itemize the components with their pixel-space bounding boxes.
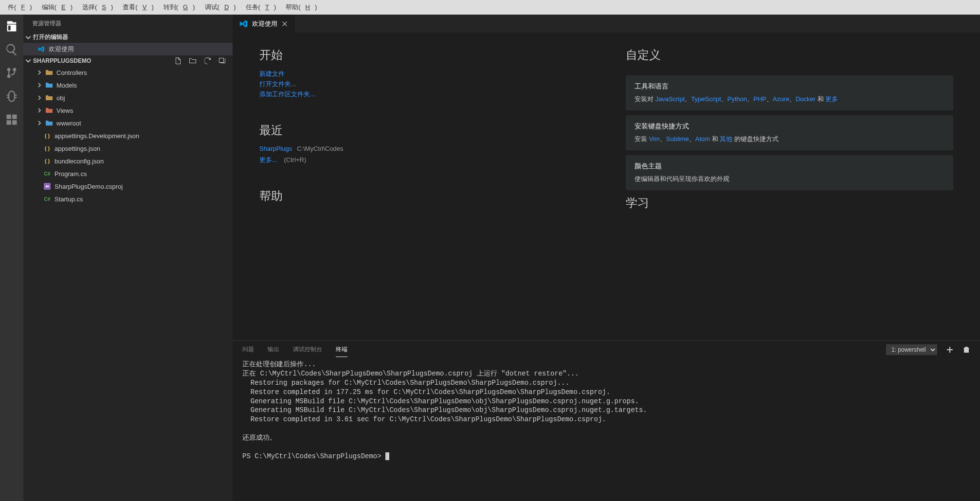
menu-h[interactable]: 帮助(H) (281, 3, 322, 12)
menu-f[interactable]: 件(F) (3, 3, 37, 12)
panel-tab[interactable]: 输出 (268, 342, 279, 357)
tree-item[interactable]: wwwroot (23, 117, 233, 129)
chevron-down-icon (25, 58, 31, 64)
tree-item[interactable]: Controllers (23, 66, 233, 79)
menu-v[interactable]: 查看(V) (118, 3, 158, 12)
lang-link[interactable]: TypeScript (691, 95, 721, 103)
csproj-icon (43, 182, 52, 190)
panel-tab[interactable]: 调试控制台 (293, 342, 322, 357)
customize-card[interactable]: 工具和语言安装对 JavaScript、TypeScript、Python、PH… (626, 75, 953, 110)
tree-item-label: Views (56, 107, 73, 114)
tree-item-label: Program.cs (54, 170, 87, 178)
tree-item-label: bundleconfig.json (54, 158, 104, 165)
new-folder-icon[interactable] (189, 57, 197, 65)
recent-heading: 最近 (259, 123, 587, 138)
open-editors-header[interactable]: 打开的编辑器 (23, 32, 233, 43)
lang-link[interactable]: Sublime (666, 135, 689, 143)
tree-item-label: SharpPlugsDemo.csproj (54, 183, 123, 190)
file-badge: C# (43, 170, 52, 178)
kill-terminal-icon[interactable] (962, 346, 970, 354)
folder-icon (45, 107, 54, 114)
lang-link[interactable]: PHP (753, 95, 766, 103)
terminal-select[interactable]: 1: powershell (886, 344, 937, 355)
tree-item[interactable]: Views (23, 104, 233, 117)
lang-link[interactable]: JavaScript (655, 95, 685, 103)
menu-t[interactable]: 任务(T) (241, 3, 281, 12)
sidebar: 资源管理器 打开的编辑器 欢迎使用 SHARPPLUGSDEMO Control… (23, 15, 233, 501)
explorer-icon[interactable] (5, 19, 18, 33)
customize-heading: 自定义 (626, 47, 953, 63)
file-badge: C# (43, 195, 52, 203)
workspace-header[interactable]: SHARPPLUGSDEMO (23, 55, 233, 66)
bottom-panel: 问题输出调试控制台终端 1: powershell 正在处理创建后操作... 正… (233, 340, 980, 501)
new-file-icon[interactable] (174, 57, 182, 65)
tree-item[interactable]: { }appsettings.json (23, 142, 233, 155)
menu-g[interactable]: 转到(G) (159, 3, 200, 12)
customize-card[interactable]: 颜色主题使编辑器和代码呈现你喜欢的外观 (626, 155, 953, 190)
welcome-start: 开始 新建文件打开文件夹...添加工作区文件夹... (259, 47, 587, 100)
chevron-right-icon (37, 95, 42, 100)
collapse-all-icon[interactable] (218, 57, 226, 65)
folder-icon (45, 81, 54, 89)
lang-link[interactable]: Atom (695, 135, 710, 143)
menu-e[interactable]: 编辑(E) (37, 3, 77, 12)
lang-link[interactable]: Python (727, 95, 747, 103)
recent-item-link[interactable]: SharpPlugs (259, 145, 292, 152)
tree-item[interactable]: obj (23, 91, 233, 104)
add-terminal-icon[interactable] (946, 346, 954, 354)
recent-more-link[interactable]: 更多... (259, 156, 277, 164)
folder-icon (45, 69, 54, 76)
tree-item[interactable]: C#Program.cs (23, 167, 233, 180)
vscode-icon (239, 19, 248, 28)
lang-link[interactable]: Azure (773, 95, 789, 103)
welcome-recent: 最近 SharpPlugsC:\MyCtrl\Codes 更多... (Ctrl… (259, 123, 587, 166)
editor-tabbar: 欢迎使用 (233, 15, 980, 33)
chevron-down-icon (25, 35, 31, 40)
panel-tab[interactable]: 终端 (336, 342, 347, 357)
tree-item[interactable]: Models (23, 79, 233, 91)
tab-label: 欢迎使用 (252, 19, 277, 28)
folder-icon (45, 94, 54, 102)
vscode-icon (37, 45, 46, 53)
close-icon[interactable] (281, 20, 288, 27)
debug-icon[interactable] (5, 89, 18, 103)
menu-s[interactable]: 选择(S) (77, 3, 118, 12)
learn-heading: 学习 (626, 195, 953, 211)
tree-item-label: appsettings.Development.json (54, 132, 139, 140)
menubar: 件(F)编辑(E)选择(S)查看(V)转到(G)调试(D)任务(T)帮助(H) (0, 0, 980, 15)
menu-d[interactable]: 调试(D) (200, 3, 241, 12)
tree-item[interactable]: { }bundleconfig.json (23, 155, 233, 167)
tree-item-label: wwwroot (56, 120, 81, 127)
editor-area: 欢迎使用 开始 新建文件打开文件夹...添加工作区文件夹... 最近 Sharp… (233, 15, 980, 501)
activity-bar (0, 15, 23, 501)
lang-link[interactable]: Docker (796, 95, 816, 103)
chevron-right-icon (37, 83, 42, 88)
tree-item-label: Models (56, 82, 77, 89)
customize-card[interactable]: 安装键盘快捷方式安装 Vim、Sublime、Atom 和 其他 的键盘快捷方式 (626, 115, 953, 150)
lang-link[interactable]: Vim (649, 135, 660, 143)
chevron-right-icon (37, 108, 42, 113)
refresh-icon[interactable] (203, 57, 211, 65)
tree-item[interactable]: SharpPlugsDemo.csproj (23, 180, 233, 193)
tree-item-label: Startup.cs (54, 196, 83, 203)
terminal-output[interactable]: 正在处理创建后操作... 正在 C:\MyCtrl\Codes\SharpPlu… (233, 358, 980, 501)
welcome-page: 开始 新建文件打开文件夹...添加工作区文件夹... 最近 SharpPlugs… (233, 33, 980, 340)
folder-icon (45, 119, 54, 127)
start-link[interactable]: 打开文件夹... (259, 80, 296, 89)
panel-tab[interactable]: 问题 (242, 342, 254, 357)
tree-item-label: obj (56, 94, 65, 102)
start-link[interactable]: 新建文件 (259, 70, 285, 78)
welcome-help: 帮助 (259, 188, 587, 204)
tree-item[interactable]: { }appsettings.Development.json (23, 129, 233, 142)
source-control-icon[interactable] (5, 66, 18, 80)
tree-item[interactable]: C#Startup.cs (23, 193, 233, 205)
extensions-icon[interactable] (5, 113, 18, 126)
tab-welcome[interactable]: 欢迎使用 (233, 15, 295, 33)
panel-tabbar: 问题输出调试控制台终端 1: powershell (233, 341, 980, 358)
sidebar-title: 资源管理器 (23, 15, 233, 32)
start-heading: 开始 (259, 47, 587, 63)
open-editor-item[interactable]: 欢迎使用 (23, 43, 233, 55)
chevron-right-icon (37, 70, 42, 75)
start-link[interactable]: 添加工作区文件夹... (259, 90, 315, 99)
search-icon[interactable] (5, 43, 18, 56)
